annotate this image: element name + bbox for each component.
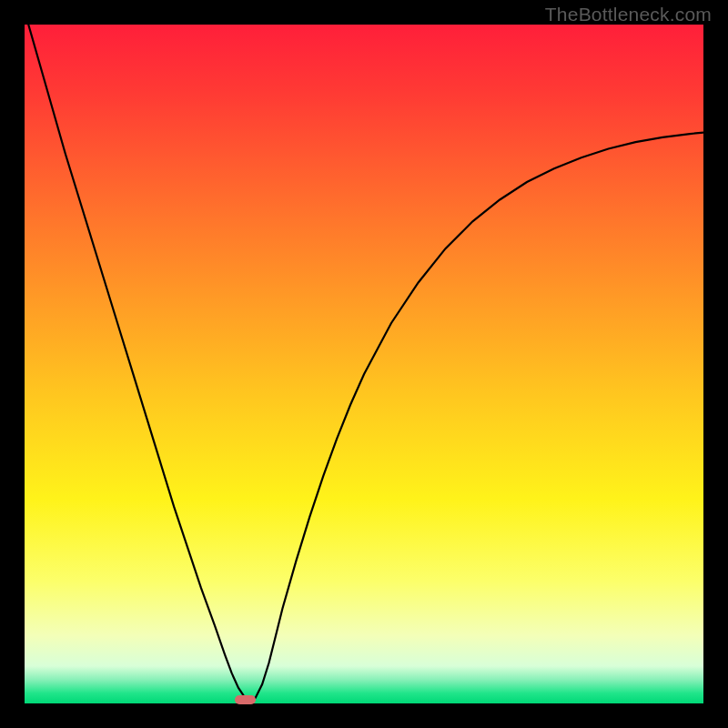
gradient-background bbox=[25, 25, 703, 703]
chart-svg bbox=[25, 25, 703, 703]
watermark-text: TheBottleneck.com bbox=[545, 4, 712, 25]
chart-plot-area bbox=[25, 25, 703, 703]
optimal-point bbox=[235, 695, 257, 704]
